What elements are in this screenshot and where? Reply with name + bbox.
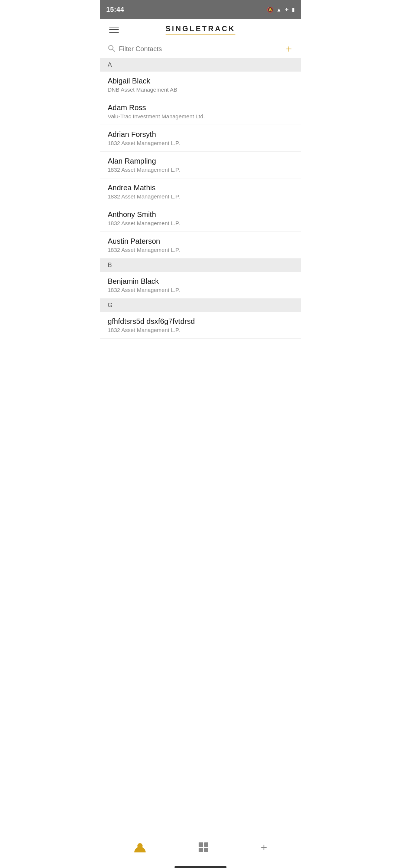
section-header-a: A: [100, 58, 301, 72]
contact-list-item[interactable]: Alan Rampling1832 Asset Management L.P.: [100, 152, 301, 178]
contact-name: Anthony Smith: [108, 210, 293, 219]
bottom-nav-add[interactable]: +: [253, 839, 275, 856]
hamburger-line-2: [109, 29, 119, 30]
wifi-icon: ▲: [276, 7, 281, 13]
bottom-nav-grid[interactable]: [191, 840, 216, 854]
section-header-g: G: [100, 299, 301, 312]
add-contact-button[interactable]: +: [284, 44, 293, 54]
home-indicator: [175, 866, 226, 868]
contact-list-item[interactable]: Benjamin Black1832 Asset Management L.P.: [100, 272, 301, 299]
contact-company: 1832 Asset Management L.P.: [108, 247, 293, 253]
contact-name: Benjamin Black: [108, 277, 293, 286]
contact-name: Andrea Mathis: [108, 184, 293, 192]
contact-name: Alan Rampling: [108, 157, 293, 165]
add-icon: +: [261, 841, 267, 854]
contact-company: 1832 Asset Management L.P.: [108, 167, 293, 173]
section-header-b: B: [100, 259, 301, 272]
contacts-icon: [134, 841, 146, 854]
contact-list-item[interactable]: gfhfdtsrs5d dsxf6g7fvtdrsd1832 Asset Man…: [100, 312, 301, 339]
app-title: SINGLETRACK: [166, 24, 235, 34]
contact-name: Austin Paterson: [108, 237, 293, 246]
bottom-nav-contacts[interactable]: [126, 839, 154, 856]
contact-list-item[interactable]: Abigail BlackDNB Asset Management AB: [100, 72, 301, 98]
contact-company: 1832 Asset Management L.P.: [108, 140, 293, 146]
contact-company: Valu-Trac Investment Management Ltd.: [108, 113, 293, 119]
bottom-nav: +: [100, 834, 301, 865]
status-time: 15:44: [106, 6, 124, 14]
contact-list-item[interactable]: Andrea Mathis1832 Asset Management L.P.: [100, 178, 301, 205]
filter-contacts-input[interactable]: [119, 45, 284, 53]
top-nav: SINGLETRACK: [100, 19, 301, 40]
status-icons: 🔕 ▲ ✈ ▮: [267, 7, 295, 13]
hamburger-menu-button[interactable]: [108, 25, 120, 34]
contact-company: 1832 Asset Management L.P.: [108, 327, 293, 333]
contact-company: 1832 Asset Management L.P.: [108, 287, 293, 293]
mute-icon: 🔕: [267, 7, 273, 13]
contact-list-item[interactable]: Adam RossValu-Trac Investment Management…: [100, 98, 301, 125]
contact-company: 1832 Asset Management L.P.: [108, 193, 293, 200]
hamburger-line-3: [109, 32, 119, 33]
contact-company: 1832 Asset Management L.P.: [108, 220, 293, 226]
contact-list-item[interactable]: Anthony Smith1832 Asset Management L.P.: [100, 205, 301, 232]
contact-company: DNB Asset Management AB: [108, 86, 293, 93]
status-bar: 15:44 🔕 ▲ ✈ ▮: [100, 0, 301, 19]
svg-line-1: [113, 49, 115, 52]
search-icon: [108, 45, 115, 54]
contact-list-item[interactable]: Austin Paterson1832 Asset Management L.P…: [100, 232, 301, 259]
search-bar: +: [100, 40, 301, 58]
contact-name: Adrian Forsyth: [108, 130, 293, 139]
battery-icon: ▮: [292, 7, 295, 13]
contacts-list: AAbigail BlackDNB Asset Management ABAda…: [100, 58, 301, 834]
contact-list-item[interactable]: Adrian Forsyth1832 Asset Management L.P.: [100, 125, 301, 152]
contact-name: Adam Ross: [108, 103, 293, 112]
contact-name: Abigail Black: [108, 77, 293, 85]
airplane-icon: ✈: [284, 7, 289, 13]
grid-icon: [199, 842, 208, 852]
contact-name: gfhfdtsrs5d dsxf6g7fvtdrsd: [108, 317, 293, 326]
hamburger-line-1: [109, 27, 119, 27]
